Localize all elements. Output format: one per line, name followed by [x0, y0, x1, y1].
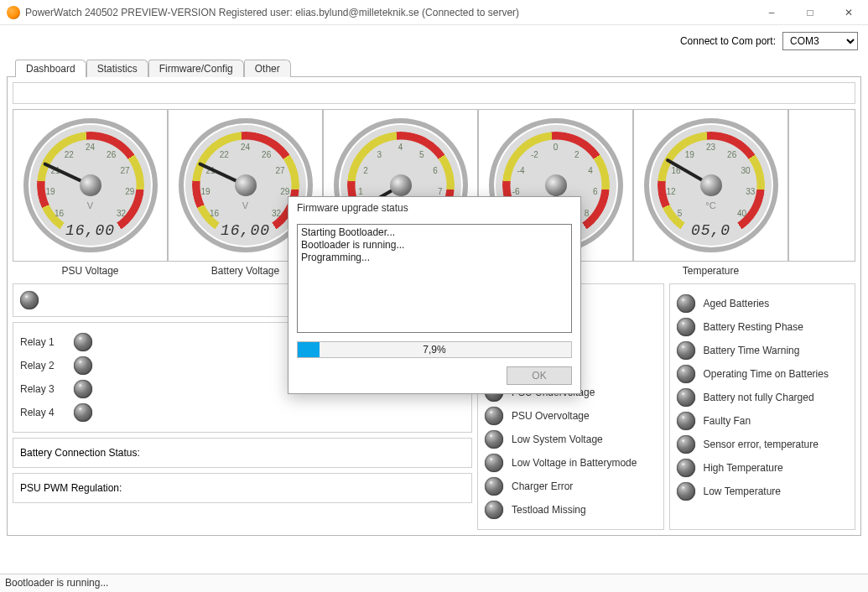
alarm-label: Charger Error [512, 480, 573, 492]
firmware-upgrade-dialog: Firmware upgrade status Starting Bootloa… [288, 196, 581, 394]
alarm-label: Battery not fully Charged [704, 392, 814, 403]
gauge-psu-voltage: 16 19 21 22 24 26 27 29 32 V 16,00 [13, 109, 168, 262]
window-title: PowerWatch 240502 PREVIEW-VERSION Regist… [25, 7, 752, 18]
alarm-label: Low Temperature [704, 486, 782, 497]
com-port-select[interactable]: COM3 [782, 32, 858, 50]
alarm-label: Aged Batteries [704, 298, 770, 309]
alarms-col-2: Aged Batteries Battery Resting Phase Bat… [669, 283, 856, 530]
statusbar: Bootloader is running... [0, 574, 868, 592]
psu-pwm-label: PSU PWM Regulation: [20, 482, 122, 494]
app-icon [7, 6, 20, 19]
alarm-label: Battery Resting Phase [704, 321, 803, 333]
alarm-label: Operating Time on Batteries [704, 368, 829, 380]
gauge-unit: V [87, 200, 93, 210]
close-button[interactable]: ✕ [829, 0, 868, 25]
led-indicator [20, 291, 39, 309]
relay-label: Relay 2 [20, 360, 59, 371]
gauge-blank [788, 109, 855, 262]
progress-text: 7,9% [298, 342, 571, 357]
statusbar-text: Bootloader is running... [5, 577, 108, 589]
tab-other[interactable]: Other [244, 60, 291, 77]
led-indicator [677, 294, 695, 313]
tabstrip: Dashboard Statistics Firmware/Config Oth… [0, 59, 868, 76]
gauge-temperature: 5 12 16 19 23 26 30 33 40 °C 05,0 [633, 109, 788, 262]
led-indicator [677, 459, 695, 477]
dialog-log: Starting Bootloader... Bootloader is run… [297, 224, 572, 333]
led-indicator [677, 388, 695, 407]
led-indicator [677, 412, 695, 430]
alarm-label: Low Voltage in Batterymode [512, 457, 637, 469]
log-line: Bootloader is running... [301, 239, 568, 252]
toolbar-spacer [13, 82, 855, 104]
relay-label: Relay 1 [20, 336, 59, 348]
alarm-label: Testload Missing [512, 504, 586, 516]
led-indicator [485, 501, 503, 519]
led-indicator [677, 482, 695, 501]
gauge-label: PSU Voltage [13, 265, 168, 277]
led-indicator [677, 435, 695, 454]
progress-bar: 7,9% [297, 341, 572, 358]
gauge-readout: 16,00 [65, 222, 115, 239]
connect-label: Connect to Com port: [680, 35, 776, 47]
led-indicator [677, 365, 695, 383]
led-indicator [74, 403, 92, 422]
tab-statistics[interactable]: Statistics [86, 60, 148, 77]
ok-button[interactable]: OK [507, 366, 572, 385]
led-indicator [485, 430, 503, 449]
titlebar: PowerWatch 240502 PREVIEW-VERSION Regist… [0, 0, 868, 25]
minimize-button[interactable]: – [752, 0, 791, 25]
led-indicator [677, 318, 695, 336]
battery-connection-panel: Battery Connection Status: [13, 438, 472, 468]
log-line: Starting Bootloader... [301, 226, 568, 239]
led-indicator [485, 477, 503, 496]
maximize-button[interactable]: □ [791, 0, 829, 25]
alarm-label: Sensor error, temperature [704, 439, 819, 450]
tab-dashboard[interactable]: Dashboard [15, 60, 86, 77]
alarm-label: Low System Voltage [512, 434, 603, 445]
led-indicator [485, 407, 503, 425]
connect-row: Connect to Com port: COM3 [0, 25, 868, 54]
dialog-title: Firmware upgrade status [288, 197, 580, 219]
led-indicator [677, 341, 695, 360]
battery-connection-label: Battery Connection Status: [20, 447, 140, 459]
relay-label: Relay 4 [20, 407, 59, 418]
log-line: Programming... [301, 252, 568, 264]
led-indicator [485, 454, 503, 472]
alarm-label: Battery Time Warning [704, 345, 800, 356]
led-indicator [74, 333, 92, 351]
relay-label: Relay 3 [20, 383, 59, 395]
gauge-hub [80, 174, 101, 196]
relay-row: Relay 4 [20, 403, 465, 422]
alarm-label: High Temperature [704, 462, 783, 474]
gauge-label: Temperature [633, 265, 788, 277]
led-indicator [74, 380, 92, 398]
alarm-label: Faulty Fan [704, 415, 751, 427]
tab-firmware-config[interactable]: Firmware/Config [148, 60, 244, 77]
alarm-label: PSU Overvoltage [512, 410, 590, 422]
led-indicator [74, 356, 92, 375]
psu-pwm-panel: PSU PWM Regulation: [13, 473, 472, 503]
